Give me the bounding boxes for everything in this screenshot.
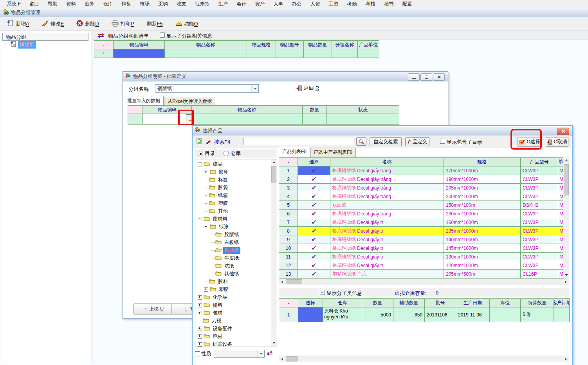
tree-item-23[interactable]: 机器设备 — [195, 340, 233, 347]
cell-model[interactable]: DSKH2 — [521, 201, 558, 210]
column-header-9[interactable]: 客户订单 — [554, 299, 570, 307]
product-row-5[interactable]: 5✔双面胶150mm*100mDSKH2M — [279, 201, 564, 210]
menu-item-18[interactable]: 考勤 — [343, 0, 361, 8]
cell-model[interactable]: CLW3P — [521, 175, 558, 184]
menu-item-21[interactable]: 配置 — [398, 0, 417, 8]
refresh-button[interactable]: 刷新F5 — [142, 19, 166, 29]
menu-item-0[interactable]: 系统 F — [2, 0, 25, 8]
column-header-2[interactable]: 名称 — [330, 158, 444, 166]
expand-plus-icon[interactable] — [198, 311, 202, 315]
column-header-6[interactable]: 分组名称 — [332, 41, 358, 49]
select-cell[interactable]: ✔ — [298, 175, 330, 184]
product-define-button[interactable]: 产品定义 — [405, 137, 429, 146]
column-header-5[interactable]: 批号 — [425, 299, 456, 307]
cell[interactable] — [247, 49, 276, 58]
tab-0[interactable]: 批量导入的数据 — [124, 96, 164, 106]
tree-item-16[interactable]: 塑胶 — [195, 285, 230, 293]
select-cell[interactable]: ✔ — [298, 184, 330, 192]
scroll-up-icon[interactable] — [271, 159, 277, 165]
cell[interactable] — [304, 49, 332, 58]
tree-item-5[interactable]: 塑胶 — [195, 199, 229, 207]
collapse-minus-icon[interactable] — [204, 225, 208, 229]
expand-plus-icon[interactable] — [198, 295, 202, 300]
tree-item-4[interactable]: 纸箱 — [195, 192, 229, 199]
select-cell[interactable]: ✔ — [298, 235, 330, 244]
cell-item-code[interactable]: ... — [143, 114, 192, 125]
cell-spec[interactable]: 205mm*500m — [444, 270, 521, 278]
tree-item-6[interactable]: 其他 — [195, 207, 229, 215]
column-header-4[interactable]: 状态 — [327, 106, 399, 114]
scroll-left-icon[interactable] — [279, 356, 285, 362]
cell-name[interactable]: 格底铜版纸 Decal giấy trắng — [330, 184, 444, 192]
expand-plus-icon[interactable] — [198, 342, 202, 347]
cell-name[interactable]: 双面胶 — [330, 201, 444, 210]
column-header-0[interactable]: - — [279, 158, 298, 166]
column-header-2[interactable]: 物品名称 — [192, 106, 303, 114]
tree-item-7[interactable]: 原材料 — [195, 215, 229, 223]
column-header-3[interactable]: 数量 — [303, 106, 327, 114]
tree-item-17[interactable]: 化学品 — [195, 293, 229, 301]
batch-dialog-titlebar[interactable]: 物品分组明细 - 批量定义 — [123, 72, 448, 81]
product-dialog-titlebar[interactable]: 选择产品 — [193, 126, 572, 136]
cell-spec[interactable]: 235mm*1000m — [444, 227, 521, 235]
cell-item-code[interactable] — [114, 49, 165, 58]
show-subgroup-checkbox[interactable] — [160, 33, 165, 38]
column-header-4[interactable]: 辅助数量 — [393, 299, 425, 307]
minimize-icon[interactable] — [408, 73, 420, 81]
cell-model[interactable]: CL16P — [521, 270, 558, 278]
cell-order[interactable]: - — [554, 307, 570, 322]
tree-item-1[interactable]: 胶印 — [195, 168, 230, 176]
radio-catalog[interactable]: 目录 — [198, 150, 215, 157]
tree-item-12[interactable]: 牛皮纸 — [195, 254, 240, 262]
product-row-1[interactable]: 1✔格底铜版纸 Decal giấy trắng170mm*1000mCLW3P… — [279, 166, 564, 175]
column-header-5[interactable]: 物品数量 — [304, 41, 332, 49]
menu-item-5[interactable]: 仓库 — [99, 0, 117, 8]
cancel-button[interactable]: C取消 — [546, 137, 568, 147]
cell-spec[interactable]: 230mm*1000m — [444, 210, 521, 218]
menu-item-11[interactable]: 生产 — [214, 0, 233, 8]
scroll-up-icon[interactable] — [563, 157, 569, 163]
move-up-button[interactable]: ↑上移 U — [133, 304, 175, 314]
cell-name[interactable]: 格底铜版纸 Decal giấy tr — [330, 253, 444, 261]
column-header-1[interactable]: 选择 — [298, 299, 323, 307]
tree-item-21[interactable]: 设备配件 — [195, 325, 233, 332]
menu-item-12[interactable]: 会计 — [233, 0, 251, 8]
menu-item-2[interactable]: 帮助 — [43, 0, 62, 8]
column-header-1[interactable]: 物品编码 — [143, 106, 192, 114]
tree-item-0[interactable]: 成品 — [195, 160, 224, 168]
cell-unit[interactable]: M — [558, 210, 564, 218]
cell-batch[interactable]: 20191106 — [425, 307, 456, 322]
scroll-down-icon[interactable] — [563, 272, 569, 278]
column-header-3[interactable]: 规格 — [444, 158, 521, 166]
select-cell[interactable]: ✔ — [298, 270, 330, 278]
product-row-9[interactable]: 9✔格底铜版纸 Decal giấy tr140mm*1000mCLW3PM — [279, 235, 564, 244]
column-header-4[interactable]: 产品型号 — [521, 158, 558, 166]
tab-product-list[interactable]: 产品列表F5 — [279, 147, 310, 157]
cell-spec[interactable]: 170mm*1000m — [444, 166, 521, 175]
select-cell[interactable]: ✔ — [298, 261, 330, 270]
cell-spec[interactable]: 145mm*1000m — [444, 244, 521, 253]
column-header-5[interactable]: 单 — [558, 158, 564, 166]
tree-item-18[interactable]: 辅料 — [195, 301, 224, 309]
cell-model[interactable]: CLW3P — [521, 261, 558, 270]
select-cell[interactable]: ✔ — [298, 192, 330, 201]
cell-warehouse[interactable]: 原料仓 Kho nguyên li?u — [323, 307, 362, 322]
tree-item-8[interactable]: 纸张 — [195, 223, 230, 231]
menu-item-1[interactable]: 窗口 — [25, 0, 43, 8]
cell-model[interactable]: CLW3P — [521, 235, 558, 244]
column-header-3[interactable]: 物品规格 — [247, 41, 276, 49]
function-button[interactable]: 功能O — [171, 19, 202, 29]
tree-item-19[interactable]: 包材 — [195, 309, 224, 317]
product-table-hscrollbar[interactable] — [279, 278, 569, 285]
product-row-6[interactable]: 6✔格底铜版纸 Decal giấy trắng230mm*1000mCLW3P… — [279, 210, 564, 218]
menu-item-6[interactable]: 销售 — [117, 0, 135, 8]
new-button[interactable]: 新增A — [3, 18, 33, 29]
tree-item-22[interactable]: 耗材 — [195, 332, 224, 340]
select-cell[interactable]: ✔ — [298, 218, 330, 227]
cell-name[interactable]: 格底铜版纸 Decal giấy tr — [330, 235, 444, 244]
cell-unit[interactable]: M — [558, 244, 564, 253]
transfer-icon[interactable] — [266, 350, 273, 357]
cell-spec[interactable]: 130mm*1000m — [444, 253, 521, 261]
tree-scrollbar[interactable] — [271, 159, 277, 346]
product-row-12[interactable]: 12✔格底铜版纸 Decal giấy tr120mm*1000mCLW3PM — [279, 261, 564, 270]
